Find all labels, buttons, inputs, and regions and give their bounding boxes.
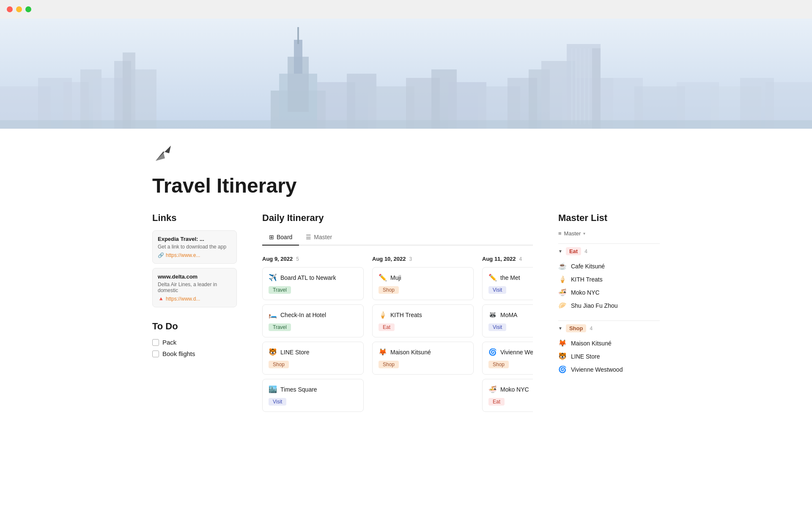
page-icon [152,142,660,169]
svg-rect-26 [571,48,573,124]
card-muji[interactable]: ✏️ Muji Shop [372,267,474,300]
card-times-square[interactable]: 🏙️ Times Square Visit [262,379,364,412]
master-item-shu-jiao-text: Shu Jiao Fu Zhou [571,302,618,309]
itinerary-title: Daily Itinerary [262,213,533,224]
svg-rect-12 [294,40,302,74]
board: Aug 9, 2022 5 ✈️ Board ATL to Newark Tra… [262,256,533,416]
master-item-moko[interactable]: 🍜 Moko NYC [558,286,660,299]
master-item-moko-icon: 🍜 [558,288,567,296]
page-content: Travel Itinerary Links Expedia Travel: .… [110,142,702,442]
close-button[interactable] [7,6,13,12]
card-atl-newark-title: ✈️ Board ATL to Newark [269,273,357,282]
todo-section-title: To Do [152,321,237,332]
tab-board[interactable]: ⊞ Board [262,230,299,246]
master-item-cafe-kitsune-icon: ☕ [558,262,567,270]
todo-checkbox-flights[interactable] [152,351,159,357]
hero-banner [0,19,812,129]
card-maison-kitsune-icon: 🦊 [379,348,387,356]
column-aug10-count: 3 [409,256,412,262]
master-group-eat-label: Eat [566,247,581,255]
master-item-cafe-kitsune[interactable]: ☕ Cafe Kitsuné [558,260,660,273]
card-line-store[interactable]: 🐯 LINE Store Shop [262,342,364,375]
master-divider-mid [558,320,660,321]
itinerary-section: Daily Itinerary ⊞ Board ☰ Master Aug 9, … [262,213,533,416]
card-the-met[interactable]: ✏️ the Met Visit [482,267,533,300]
card-times-square-title: 🏙️ Times Square [269,385,357,393]
card-maison-kitsune-tag: Shop [379,361,399,368]
master-item-shu-jiao-icon: 🥟 [558,301,567,309]
expedia-url-icon: 🔗 [158,252,164,258]
card-times-square-tag: Visit [269,398,286,406]
column-aug9-count: 5 [296,256,299,262]
card-kith-treats[interactable]: 🍦 KITH Treats Eat [372,304,474,337]
link-card-delta[interactable]: www.delta.com Delta Air Lines, a leader … [152,268,237,307]
todo-item-pack[interactable]: Pack [152,339,237,346]
card-moma-icon: 🦝 [488,311,497,319]
master-item-kith-treats[interactable]: 🍦 KITH Treats [558,273,660,286]
master-item-line-store[interactable]: 🐯 LINE Store [558,350,660,363]
link-card-expedia[interactable]: Expedia Travel: ... Get a link to downlo… [152,230,237,264]
card-moko-title: 🍜 Moko NYC [488,385,533,393]
master-item-cafe-kitsune-text: Cafe Kitsuné [571,263,605,270]
master-group-shop-arrow: ▼ [558,326,562,331]
column-aug10-header: Aug 10, 2022 3 [372,256,474,262]
board-tab-icon: ⊞ [269,234,274,240]
master-item-moko-text: Moko NYC [571,289,600,296]
card-muji-tag: Shop [379,286,399,294]
minimize-button[interactable] [16,6,22,12]
master-filter-label: Master [564,230,581,237]
link-card-expedia-title: Expedia Travel: ... [158,236,231,242]
maximize-button[interactable] [25,6,31,12]
card-vivienne[interactable]: 🌀 Vivienne Westwood Shop [482,342,533,375]
card-vivienne-icon: 🌀 [488,348,497,356]
todo-item-flights[interactable]: Book flights [152,350,237,357]
card-kith-treats-icon: 🍦 [379,311,387,319]
column-aug11: Aug 11, 2022 4 ✏️ the Met Visit 🦝 Mo [482,256,533,416]
card-checkin-icon: 🛏️ [269,311,277,319]
link-card-delta-url: 🔺 https://www.d... [158,296,231,302]
card-moma-title: 🦝 MoMA [488,311,533,319]
master-group-eat-count: 4 [584,248,587,254]
master-item-maison[interactable]: 🦊 Maison Kitsuné [558,337,660,350]
master-item-vivienne[interactable]: 🌀 Vivienne Westwood [558,363,660,376]
column-aug10: Aug 10, 2022 3 ✏️ Muji Shop 🍦 KITH T [372,256,474,416]
todo-section: To Do Pack Book flights [152,321,237,357]
svg-rect-27 [575,48,577,124]
svg-rect-13 [297,27,299,44]
card-checkin[interactable]: 🛏️ Check-In at Hotel Travel [262,304,364,337]
card-moko[interactable]: 🍜 Moko NYC Eat [482,379,533,412]
card-the-met-tag: Visit [488,286,506,294]
card-moma[interactable]: 🦝 MoMA Visit [482,304,533,337]
master-group-shop-header[interactable]: ▼ Shop 4 [558,324,660,332]
master-divider-top [558,243,660,244]
master-item-maison-text: Maison Kitsuné [571,340,612,347]
master-group-shop-count: 4 [590,326,593,331]
card-moko-icon: 🍜 [488,385,497,393]
card-maison-kitsune-title: 🦊 Maison Kitsuné [379,348,467,356]
card-atl-newark[interactable]: ✈️ Board ATL to Newark Travel [262,267,364,300]
master-filter[interactable]: ≡ Master ▾ [558,230,660,237]
tab-master[interactable]: ☰ Master [299,230,339,246]
card-line-store-icon: 🐯 [269,348,277,356]
master-group-eat-header[interactable]: ▼ Eat 4 [558,247,660,255]
card-vivienne-title: 🌀 Vivienne Westwood [488,348,533,356]
master-item-kith-icon: 🍦 [558,275,567,283]
itinerary-tabs: ⊞ Board ☰ Master [262,230,533,246]
link-card-delta-title: www.delta.com [158,273,231,280]
titlebar [0,0,812,19]
todo-label-pack: Pack [162,339,176,346]
card-checkin-title: 🛏️ Check-In at Hotel [269,311,357,319]
card-atl-newark-tag: Travel [269,286,291,294]
sidebar: Links Expedia Travel: ... Get a link to … [152,213,237,416]
master-filter-icon: ≡ [558,230,562,237]
master-group-eat: ▼ Eat 4 ☕ Cafe Kitsuné 🍦 KITH Treats 🍜 M… [558,247,660,312]
column-aug9: Aug 9, 2022 5 ✈️ Board ATL to Newark Tra… [262,256,364,416]
card-kith-treats-tag: Eat [379,323,395,331]
card-maison-kitsune[interactable]: 🦊 Maison Kitsuné Shop [372,342,474,375]
master-item-shu-jiao[interactable]: 🥟 Shu Jiao Fu Zhou [558,299,660,312]
master-item-line-icon: 🐯 [558,352,567,360]
todo-checkbox-pack[interactable] [152,339,159,346]
master-tab-icon: ☰ [306,234,311,240]
main-layout: Links Expedia Travel: ... Get a link to … [152,213,660,416]
column-aug10-date: Aug 10, 2022 [372,256,406,262]
